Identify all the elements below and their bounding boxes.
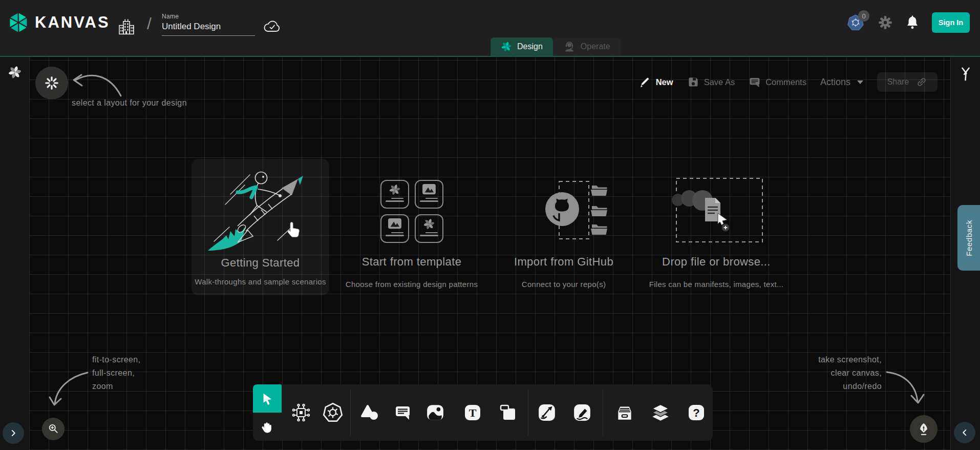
component-tool-button[interactable] xyxy=(289,401,313,424)
help-icon: ? xyxy=(688,404,705,421)
organization-button[interactable] xyxy=(117,17,136,37)
actions-dropdown[interactable]: Actions xyxy=(820,77,863,88)
bell-icon xyxy=(905,15,920,30)
zoom-button[interactable] xyxy=(42,418,65,440)
floppy-save-icon xyxy=(687,76,699,88)
actions-label: Actions xyxy=(820,77,850,88)
link-icon xyxy=(916,76,927,88)
design-spiral-icon xyxy=(501,41,512,52)
card-subtitle: Files can be manifests, images, text... xyxy=(647,280,785,289)
canvas-actions-toolbar: New Save As xyxy=(640,72,938,92)
y-collab-icon xyxy=(958,66,973,83)
dropzone-visual xyxy=(647,175,785,247)
layers-tool-button[interactable] xyxy=(649,401,672,424)
text-icon: T xyxy=(464,404,481,421)
tab-operate[interactable]: Operate xyxy=(553,37,621,56)
layers-icon xyxy=(651,403,670,422)
getting-started-visual xyxy=(191,164,329,255)
text-tool-button[interactable]: T xyxy=(461,401,484,424)
comments-button[interactable]: Comments xyxy=(749,76,806,88)
shapes-icon xyxy=(360,404,379,421)
screenshot-hint-text: take screenshot, clear canvas, undo/redo xyxy=(818,353,882,393)
left-sidebar xyxy=(0,57,30,450)
drawer-icon xyxy=(615,404,634,421)
design-canvas[interactable]: New Save As xyxy=(0,56,980,450)
zoom-hint-text: fit-to-screen, full-screen, zoom xyxy=(92,353,141,393)
pen-tool-button[interactable] xyxy=(535,401,559,424)
kubernetes-tool-button[interactable] xyxy=(321,401,345,424)
chevron-left-icon xyxy=(960,428,969,437)
template-thumb xyxy=(380,214,409,243)
card-title: Drop file or browse... xyxy=(647,255,785,269)
card-drop-file[interactable]: Drop file or browse... Files can be mani… xyxy=(647,175,785,289)
comment-tool-button[interactable] xyxy=(391,401,415,424)
card-getting-started[interactable]: Getting Started Walk-throughs and sample… xyxy=(191,159,329,295)
hint-line: fit-to-screen, xyxy=(92,353,141,366)
note-icon xyxy=(499,404,517,421)
settings-button[interactable] xyxy=(878,15,893,30)
comment-bubble-icon xyxy=(394,404,412,421)
sign-in-button[interactable]: Sign In xyxy=(932,12,970,33)
help-tool-button[interactable]: ? xyxy=(685,401,708,424)
tab-design[interactable]: Design xyxy=(491,37,553,56)
comment-icon xyxy=(749,76,761,88)
card-title: Getting Started xyxy=(191,256,329,270)
gear-icon xyxy=(878,15,893,30)
card-start-from-template[interactable]: Start from template Choose from existing… xyxy=(343,175,481,289)
share-button[interactable]: Share xyxy=(877,72,938,92)
image-media-icon xyxy=(426,404,444,421)
layout-hint-arrow xyxy=(67,65,124,100)
save-status xyxy=(263,18,282,35)
design-name-input[interactable] xyxy=(162,22,255,36)
shapes-tool-button[interactable] xyxy=(358,401,381,424)
image-icon xyxy=(422,183,436,196)
kanvas-logo[interactable]: KANVAS xyxy=(7,11,110,34)
breadcrumb-separator: / xyxy=(147,14,152,33)
toolbar-divider xyxy=(603,390,603,436)
image-tool-button[interactable] xyxy=(423,401,447,424)
notifications-button[interactable] xyxy=(905,15,920,30)
save-as-button[interactable]: Save As xyxy=(687,76,735,88)
help-glyph: ? xyxy=(693,406,699,419)
rocket-illustration xyxy=(201,165,321,255)
pan-tool-button[interactable] xyxy=(253,413,282,441)
feedback-tab[interactable]: Feedback xyxy=(957,205,980,271)
new-button[interactable]: New xyxy=(640,76,673,88)
expand-right-panel-button[interactable] xyxy=(954,422,975,443)
screenshot-hint-arrow xyxy=(884,366,927,411)
pencil-sketch-icon xyxy=(573,403,591,422)
pen-path-icon xyxy=(538,403,556,422)
screenshot-button[interactable] xyxy=(910,415,938,443)
kanvas-hexagon-icon xyxy=(7,11,30,34)
image-icon xyxy=(388,218,402,230)
select-cursor-icon xyxy=(261,392,274,405)
text-tool-glyph: T xyxy=(469,406,477,419)
new-label: New xyxy=(656,77,673,87)
layout-hint-text: select a layout for your design xyxy=(72,96,187,110)
expand-left-panel-button[interactable] xyxy=(3,422,24,444)
feedback-label: Feedback xyxy=(965,220,973,256)
note-tool-button[interactable] xyxy=(496,401,520,424)
card-title: Start from template xyxy=(343,255,481,269)
card-import-from-github[interactable]: Import from GitHub Connect to your repo(… xyxy=(495,175,633,289)
kanvas-app: KANVAS / Name xyxy=(0,0,980,450)
toolbar-divider xyxy=(350,390,351,436)
card-subtitle: Walk-throughs and sample scenarios xyxy=(191,277,329,286)
tab-design-label: Design xyxy=(517,42,543,51)
operate-headset-icon xyxy=(563,40,576,53)
kubernetes-helm-icon xyxy=(322,402,344,423)
bottom-toolbar: T xyxy=(253,384,713,441)
context-count-badge: 0 xyxy=(858,10,869,22)
select-tool-button[interactable] xyxy=(253,384,282,413)
circuit-icon xyxy=(291,402,311,423)
loading-spiral-icon xyxy=(8,65,22,79)
drawer-tool-button[interactable] xyxy=(613,401,636,424)
template-thumb xyxy=(415,180,443,209)
kubernetes-context-button[interactable]: 0 xyxy=(847,14,865,31)
card-subtitle: Connect to your repo(s) xyxy=(495,280,633,289)
layout-selector-button[interactable] xyxy=(35,67,68,99)
name-label: Name xyxy=(162,13,255,20)
hand-cursor-icon xyxy=(285,219,302,240)
sketch-tool-button[interactable] xyxy=(570,401,594,424)
mode-tabs: Design Operate xyxy=(491,37,621,56)
